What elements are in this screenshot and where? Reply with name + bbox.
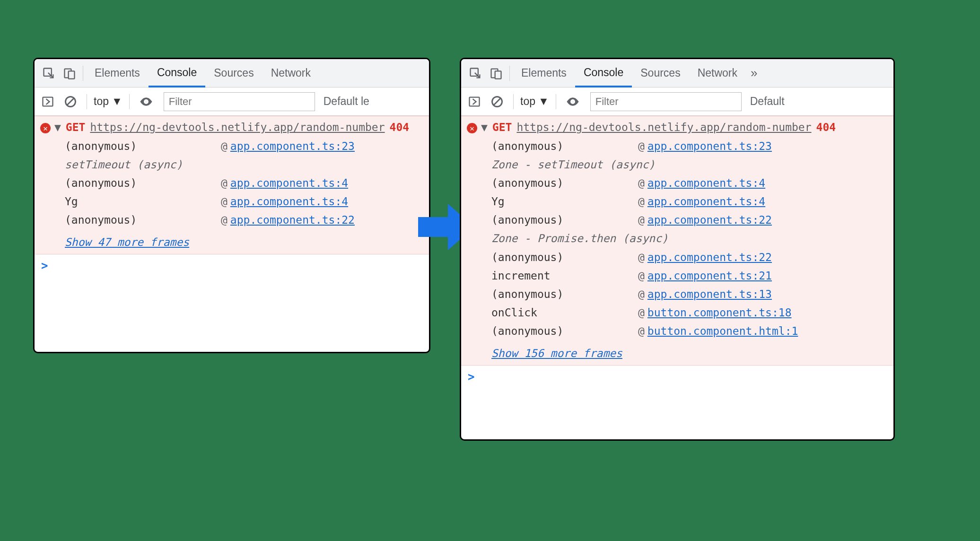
separator <box>556 94 556 109</box>
frame-function: (anonymous) <box>491 285 638 304</box>
show-more-frames[interactable]: Show 47 more frames <box>65 236 189 248</box>
at-symbol: @ <box>638 304 645 322</box>
svg-rect-3 <box>43 97 53 106</box>
stack-frame: (anonymous)@app.component.ts:4 <box>491 174 888 192</box>
frame-source-link[interactable]: button.component.html:1 <box>648 322 798 340</box>
frame-source-link[interactable]: app.component.ts:22 <box>648 211 772 229</box>
frame-function: setTimeout (async) <box>65 156 221 174</box>
stack-frame: Zone - setTimeout (async) <box>491 156 888 174</box>
chevron-down-icon: ▼ <box>538 95 549 108</box>
clear-console-icon[interactable] <box>61 95 80 108</box>
stack-frame: (anonymous)@app.component.ts:22 <box>491 211 888 229</box>
error-icon: ✕ <box>467 123 477 133</box>
device-toggle-icon[interactable] <box>59 67 80 80</box>
at-symbol: @ <box>221 211 228 229</box>
expand-triangle-icon[interactable]: ▼ <box>481 121 488 133</box>
tab-sources[interactable]: Sources <box>632 59 689 87</box>
more-tabs-icon[interactable]: » <box>746 66 762 80</box>
at-symbol: @ <box>221 174 228 192</box>
frame-source-link[interactable]: app.component.ts:21 <box>648 267 772 285</box>
separator <box>87 94 87 109</box>
frame-function: (anonymous) <box>491 248 638 267</box>
tab-console[interactable]: Console <box>149 60 205 87</box>
svg-point-11 <box>571 100 574 103</box>
stack-frame: (anonymous)@app.component.ts:23 <box>491 137 888 156</box>
frame-function: Zone - setTimeout (async) <box>491 156 655 174</box>
at-symbol: @ <box>221 137 228 156</box>
stack-frame: (anonymous)@app.component.ts:23 <box>65 137 423 156</box>
device-toggle-icon[interactable] <box>486 67 507 80</box>
log-levels[interactable]: Default <box>750 95 785 108</box>
svg-rect-9 <box>470 97 480 106</box>
frame-source-link[interactable]: app.component.ts:4 <box>230 192 348 211</box>
clear-console-icon[interactable] <box>488 95 507 108</box>
frame-source-link[interactable]: app.component.ts:22 <box>648 248 772 267</box>
tab-elements[interactable]: Elements <box>513 59 575 87</box>
frame-source-link[interactable]: button.component.ts:18 <box>648 304 792 322</box>
console-toolbar: top ▼ Default le <box>35 87 429 116</box>
tab-sources[interactable]: Sources <box>205 59 262 87</box>
frame-source-link[interactable]: app.component.ts:22 <box>230 211 355 229</box>
frame-function: (anonymous) <box>491 174 638 192</box>
error-entry: ✕ ▼ GET https://ng-devtools.netlify.app/… <box>461 116 893 366</box>
frame-source-link[interactable]: app.component.ts:13 <box>648 285 772 304</box>
at-symbol: @ <box>638 322 645 340</box>
tab-console[interactable]: Console <box>575 60 632 87</box>
stack-frame: (anonymous)@app.component.ts:22 <box>65 211 423 229</box>
live-expression-icon[interactable] <box>136 95 156 109</box>
request-url[interactable]: https://ng-devtools.netlify.app/random-n… <box>516 121 811 133</box>
at-symbol: @ <box>638 248 645 267</box>
frame-function: (anonymous) <box>65 174 221 192</box>
expand-triangle-icon[interactable]: ▼ <box>54 121 61 133</box>
at-symbol: @ <box>221 192 228 211</box>
stack-frame: (anonymous)@button.component.html:1 <box>491 322 888 340</box>
status-code: 404 <box>816 121 836 133</box>
context-selector[interactable]: top ▼ <box>94 95 122 108</box>
svg-rect-2 <box>69 71 75 79</box>
console-output: ✕ ▼ GET https://ng-devtools.netlify.app/… <box>461 116 893 388</box>
separator <box>129 94 130 109</box>
stack-frame: (anonymous)@app.component.ts:4 <box>65 174 423 192</box>
separator <box>513 94 514 109</box>
frame-source-link[interactable]: app.component.ts:4 <box>648 192 765 211</box>
frame-function: Yg <box>491 192 638 211</box>
console-prompt[interactable]: > <box>461 366 893 388</box>
frame-function: (anonymous) <box>65 137 221 156</box>
stack-frame: setTimeout (async) <box>65 156 423 174</box>
request-method: GET <box>66 121 86 133</box>
inspect-icon[interactable] <box>465 67 486 80</box>
filter-input[interactable] <box>590 92 742 111</box>
status-code: 404 <box>390 121 410 133</box>
tab-network[interactable]: Network <box>262 59 319 87</box>
context-label: top <box>520 95 535 108</box>
frame-function: Zone - Promise.then (async) <box>491 229 668 248</box>
context-selector[interactable]: top ▼ <box>520 95 549 108</box>
log-levels[interactable]: Default le <box>324 95 369 108</box>
at-symbol: @ <box>638 267 645 285</box>
stack-frame: Zone - Promise.then (async) <box>491 229 888 248</box>
context-label: top <box>94 95 109 108</box>
frame-source-link[interactable]: app.component.ts:4 <box>648 174 765 192</box>
separator <box>83 66 83 81</box>
frame-source-link[interactable]: app.component.ts:4 <box>230 174 348 192</box>
filter-input[interactable] <box>164 92 315 111</box>
request-method: GET <box>492 121 512 133</box>
tab-elements[interactable]: Elements <box>86 59 149 87</box>
svg-rect-8 <box>495 71 501 79</box>
frame-source-link[interactable]: app.component.ts:23 <box>648 137 772 156</box>
frame-function: (anonymous) <box>491 137 638 156</box>
stack-frames-right: (anonymous)@app.component.ts:23Zone - se… <box>491 137 888 340</box>
frame-source-link[interactable]: app.component.ts:23 <box>230 137 355 156</box>
inspect-icon[interactable] <box>38 67 59 80</box>
show-more-frames[interactable]: Show 156 more frames <box>491 347 622 359</box>
sidebar-toggle-icon[interactable] <box>465 95 484 108</box>
request-url[interactable]: https://ng-devtools.netlify.app/random-n… <box>90 121 385 133</box>
live-expression-icon[interactable] <box>563 95 583 109</box>
stack-frame: Yg@app.component.ts:4 <box>65 192 423 211</box>
tab-network[interactable]: Network <box>689 59 746 87</box>
chevron-down-icon: ▼ <box>112 95 122 108</box>
sidebar-toggle-icon[interactable] <box>38 95 57 108</box>
console-prompt[interactable]: > <box>35 254 429 277</box>
at-symbol: @ <box>638 211 645 229</box>
frame-function: Yg <box>65 192 221 211</box>
